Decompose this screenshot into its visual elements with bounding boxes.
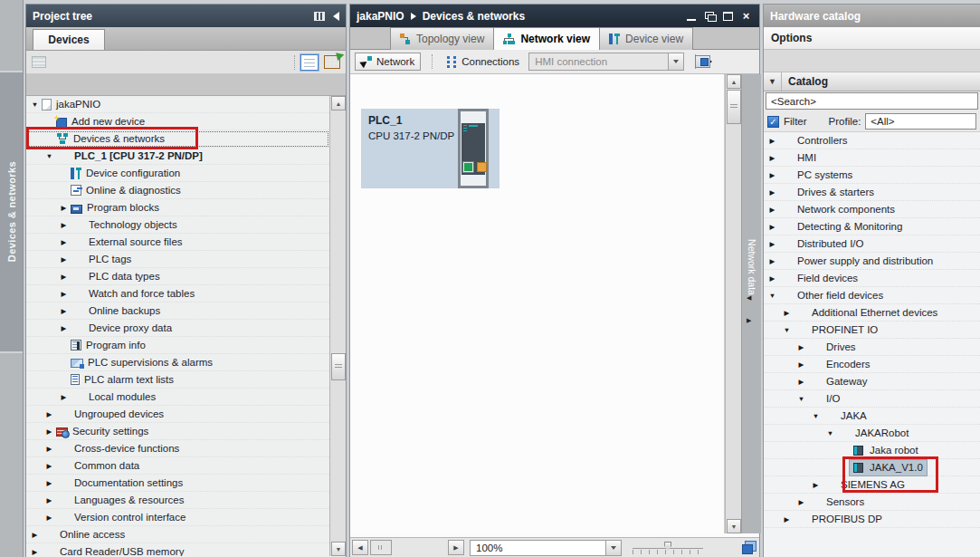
network-canvas[interactable]: PLC_1 CPU 317-2 PN/DP [350,74,725,533]
connections-button[interactable]: Connections [443,56,523,68]
catalog-item[interactable]: JAKA_V1.0 [764,459,980,476]
dp-port-icon[interactable] [477,162,487,172]
network-mode-button[interactable]: Network [355,53,421,71]
tree-item[interactable]: ▼ jakaPNIO [26,96,329,113]
expander-icon[interactable]: ▶ [767,188,777,197]
expander-icon[interactable]: ▶ [767,257,777,265]
fit-to-view-icon[interactable] [742,541,756,554]
catalog-item[interactable]: ▶ PC systems [764,167,980,184]
expander-icon[interactable]: ▶ [767,171,777,179]
catalog-item[interactable]: ▶ Drives & starters [764,184,980,201]
tree-item[interactable]: ▶ PLC data types [26,268,329,285]
tree-item[interactable]: ▶ Ungrouped devices [26,406,329,423]
tree-item[interactable]: ▶ External source files [26,234,329,251]
tree-item[interactable]: ▶ Languages & resources [26,492,329,509]
catalog-item[interactable]: ▶ PROFIBUS DP [764,511,980,528]
expander-icon[interactable]: ▶ [767,240,777,248]
sort-icon[interactable] [32,56,46,68]
tree-item[interactable]: ▶ Technology objects [26,216,329,234]
zoom-slider[interactable] [633,541,703,555]
tree-item[interactable]: Online & diagnostics [26,182,329,199]
hscroll-thumb[interactable] [370,540,392,555]
tree-item[interactable]: ▶ Online backups [26,303,329,320]
expander-icon[interactable]: ▶ [767,274,777,283]
tree-item[interactable]: ▶ Version control interface [26,509,329,526]
tree-item[interactable]: ▶ Cross-device functions [26,440,329,457]
pin-panes-icon[interactable] [314,12,325,21]
tree-item[interactable]: ▶ Watch and force tables [26,285,329,303]
expander-icon[interactable]: ▼ [767,292,777,300]
splitter-right-icon[interactable]: ▶ [747,317,751,324]
expander-icon[interactable]: ▶ [44,496,54,504]
configure-networks-icon[interactable] [324,55,340,69]
details-view-icon[interactable] [300,54,319,71]
expander-icon[interactable]: ▶ [796,498,806,506]
tab-device-view[interactable]: Device view [599,27,693,50]
catalog-item[interactable]: ▶ Drives [764,339,980,356]
tree-item[interactable]: ▶ Device proxy data [26,320,329,337]
tree-item[interactable]: ▶ Card Reader/USB memory [26,543,329,556]
catalog-item[interactable]: ▶ SIEMENS AG [764,476,980,494]
network-data-side-tab[interactable]: ◀ ▶ Network data [741,74,761,533]
zoom-slider-handle[interactable] [664,542,671,551]
tree-item[interactable]: ▼ PLC_1 [CPU 317-2 PN/DP] [26,148,329,165]
breadcrumb-project[interactable]: jakaPNIO [357,10,404,23]
expander-icon[interactable]: ▶ [59,290,69,298]
tab-topology-view[interactable]: Topology view [390,27,494,50]
expander-icon[interactable]: ▶ [59,393,69,401]
catalog-item[interactable]: ▼ JAKARobot [764,425,980,442]
expander-icon[interactable]: ▶ [59,307,69,315]
plc-device-node[interactable]: PLC_1 CPU 317-2 PN/DP [361,109,500,188]
expander-icon[interactable]: ▶ [59,204,69,212]
scrollbar-thumb[interactable] [331,353,346,380]
expander-icon[interactable]: ▶ [796,343,806,351]
expander-icon[interactable]: ▼ [782,326,792,334]
tree-item[interactable]: Devices & networks [26,130,329,148]
expander-icon[interactable]: ▶ [796,378,806,386]
tree-item[interactable]: ▶ Online access [26,526,329,543]
float-window-icon[interactable] [703,11,717,22]
tab-network-view[interactable]: Network view [493,27,600,50]
chevron-down-icon[interactable]: ▼ [764,72,782,91]
expander-icon[interactable]: ▼ [796,395,806,403]
expander-icon[interactable]: ▶ [44,462,54,470]
filter-checkbox[interactable]: ✓ [767,116,779,128]
catalog-item[interactable]: ▶ Detecting & Monitoring [764,218,980,235]
splitter-left-icon[interactable]: ◀ [747,294,751,302]
options-section[interactable]: Options [764,27,980,50]
expander-icon[interactable]: ▶ [767,206,777,214]
dropdown-arrow-icon[interactable] [668,53,683,70]
project-tree-scrollbar[interactable]: ▲ ▼ [329,96,346,556]
expander-icon[interactable]: ▶ [796,360,806,369]
expander-icon[interactable]: ▶ [59,273,69,281]
catalog-item[interactable]: ▶ Field devices [764,270,980,287]
device-rack-graphic[interactable] [458,109,489,188]
profinet-port-icon[interactable] [463,162,473,172]
profile-dropdown[interactable]: <All> [865,113,976,130]
show-station-icon[interactable] [695,55,710,68]
scroll-right-icon[interactable]: ▶ [448,540,464,555]
expander-icon[interactable]: ▼ [811,412,821,420]
expander-icon[interactable]: ▶ [44,445,54,453]
catalog-item[interactable]: ▶ HMI [764,149,980,167]
expander-icon[interactable]: ▶ [44,479,54,487]
connection-type-dropdown[interactable]: HMI connection [528,53,684,71]
scroll-down-icon[interactable]: ▼ [727,519,741,533]
catalog-item[interactable]: ▶ Distributed I/O [764,235,980,253]
catalog-item[interactable]: ▶ Encoders [764,356,980,373]
zoom-dropdown[interactable]: 100% [470,540,622,556]
expander-icon[interactable]: ▶ [767,223,777,231]
expander-icon[interactable]: ▶ [782,515,792,523]
scroll-up-icon[interactable]: ▲ [331,96,346,110]
canvas-vertical-scrollbar[interactable]: ▲ ▼ [725,74,741,533]
tree-item[interactable]: ▶ Program blocks [26,199,329,216]
catalog-section-header[interactable]: ▼ Catalog [764,72,980,91]
tree-item[interactable]: Device configuration [26,165,329,182]
scrollbar-thumb[interactable] [727,90,741,124]
minimize-icon[interactable] [685,11,699,22]
catalog-item[interactable]: ▶ Power supply and distribution [764,253,980,270]
tree-item[interactable]: ▶ Documentation settings [26,475,329,492]
scroll-up-icon[interactable]: ▲ [727,74,741,89]
expander-icon[interactable]: ▼ [825,429,835,437]
scroll-down-icon[interactable]: ▼ [331,542,346,556]
